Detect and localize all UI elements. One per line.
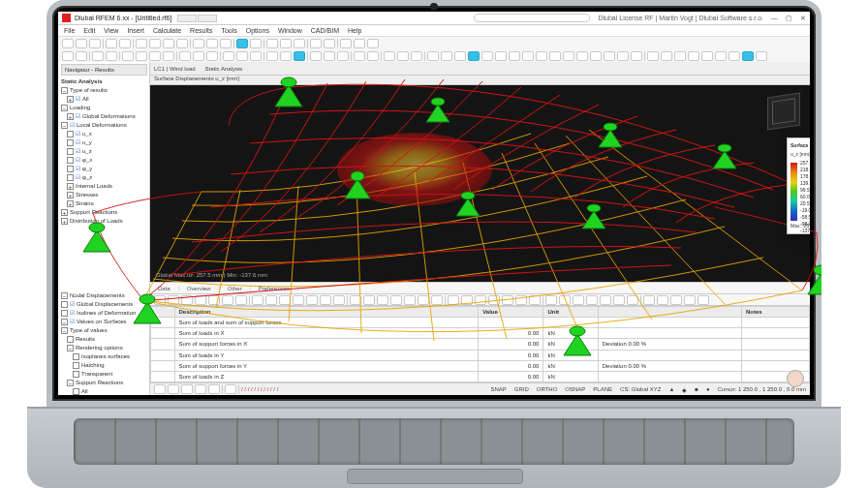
- toolbar-7[interactable]: [728, 51, 740, 61]
- results-tb-btn[interactable]: [573, 295, 584, 305]
- tree-item[interactable]: ☑φ_z: [61, 173, 147, 182]
- user-avatar[interactable]: [787, 370, 804, 387]
- tree-item[interactable]: +Distribution of Loads: [61, 217, 147, 226]
- toolbar-B[interactable]: [441, 51, 452, 61]
- toolbar-8[interactable]: [742, 51, 754, 61]
- status-r[interactable]: SNAP: [490, 386, 506, 392]
- results-tb-btn[interactable]: [306, 295, 318, 305]
- toolbar-hinge[interactable]: [324, 51, 335, 61]
- results-tb-btn[interactable]: [670, 295, 682, 305]
- toolbar-2[interactable]: [661, 51, 672, 61]
- tree-item[interactable]: ☑φ_y: [61, 165, 147, 173]
- toolbar-◨[interactable]: [280, 39, 292, 48]
- results-tb-btn[interactable]: [627, 295, 638, 305]
- toolbar-lc[interactable]: [250, 39, 262, 48]
- toolbar-9[interactable]: [756, 51, 767, 61]
- toolbar-?[interactable]: [340, 39, 352, 48]
- toolbar-set[interactable]: [250, 51, 262, 61]
- status-r[interactable]: Cursor: 1 250.0 , 1 250.0 , 0.0 mm: [718, 386, 806, 392]
- status-osnap[interactable]: [208, 384, 220, 394]
- toolbar-open[interactable]: [76, 39, 87, 48]
- toolbar-mbr[interactable]: [236, 51, 248, 61]
- status-axis-icons[interactable]: / / / / / / / / / / / /: [241, 386, 278, 392]
- tree-item[interactable]: −☑Values on Surfaces: [61, 318, 147, 326]
- navigator-tree-2[interactable]: −Nodal Displacements☑Global Displacement…: [61, 291, 147, 395]
- results-tb-btn[interactable]: [488, 295, 500, 305]
- tree-item[interactable]: Isoplanes surfaces: [61, 352, 147, 361]
- menu-results[interactable]: Results: [190, 27, 212, 34]
- toolbar-M[interactable]: [590, 51, 602, 61]
- toolbar-node[interactable]: [223, 51, 234, 61]
- tab-other[interactable]: Other: [220, 286, 251, 291]
- toolbar-E[interactable]: [481, 51, 493, 61]
- toolbar-B[interactable]: [206, 39, 218, 48]
- tree-item[interactable]: Results: [61, 335, 147, 344]
- toolbar-poly[interactable]: [149, 51, 161, 61]
- toolbar-pan[interactable]: [149, 39, 161, 48]
- menu-file[interactable]: File: [64, 27, 75, 34]
- tree-item[interactable]: −Loading: [61, 104, 147, 112]
- results-tb-btn[interactable]: [293, 295, 304, 305]
- results-tb-btn[interactable]: [529, 295, 541, 305]
- toolbar-4[interactable]: [688, 51, 699, 61]
- results-tb-btn[interactable]: [265, 295, 277, 305]
- tree-item[interactable]: −Nodal Displacements: [61, 291, 147, 300]
- toolbar-H[interactable]: [522, 51, 534, 61]
- toolbar-O[interactable]: [617, 51, 629, 61]
- tree-item[interactable]: ☑φ_x: [61, 156, 147, 165]
- toolbar-J[interactable]: [549, 51, 561, 61]
- results-tb-btn[interactable]: [600, 295, 611, 305]
- toolbar-LC[interactable]: [310, 39, 322, 48]
- status-r[interactable]: ORTHO: [537, 386, 558, 392]
- toolbar-C[interactable]: [454, 51, 466, 61]
- tree-item[interactable]: +Support Reactions: [61, 208, 147, 217]
- toolbar-i[interactable]: [367, 39, 379, 48]
- results-tb-btn[interactable]: [222, 295, 233, 305]
- results-tb-btn[interactable]: [418, 295, 429, 305]
- menu-window[interactable]: Window: [278, 27, 302, 34]
- results-tb-btn[interactable]: [279, 295, 291, 305]
- results-tb-btn[interactable]: [613, 295, 625, 305]
- results-tb-btn[interactable]: [181, 295, 193, 305]
- toolbar-ptr[interactable]: [136, 39, 147, 48]
- toolbar-load[interactable]: [266, 51, 278, 61]
- tree-item[interactable]: +☑Global Deformations: [61, 112, 147, 121]
- status-cfg[interactable]: [154, 384, 166, 394]
- tree-item[interactable]: +Internal Loads: [61, 182, 147, 191]
- menu-options[interactable]: Options: [246, 27, 269, 34]
- status-r[interactable]: GRID: [514, 386, 529, 392]
- close-icon[interactable]: ✕: [800, 15, 806, 22]
- toolbar-calc[interactable]: [236, 39, 248, 48]
- toolbar-help[interactable]: [354, 39, 365, 48]
- status-r[interactable]: ▲: [668, 386, 674, 392]
- results-tb-btn[interactable]: [404, 295, 416, 305]
- tree-item[interactable]: All: [61, 387, 147, 395]
- max-icon[interactable]: ▢: [786, 15, 792, 22]
- min-icon[interactable]: —: [771, 15, 778, 21]
- toolbar-A[interactable]: [193, 39, 204, 48]
- results-tb-btn[interactable]: [390, 295, 402, 305]
- toolbar-L[interactable]: [576, 51, 588, 61]
- menu-calculate[interactable]: Calculate: [153, 27, 181, 34]
- toolbar-undo[interactable]: [106, 39, 117, 48]
- menu-cad/bim[interactable]: CAD/BIM: [311, 27, 339, 34]
- results-tb-btn[interactable]: [195, 295, 206, 305]
- tree-item[interactable]: +Strains: [61, 199, 147, 208]
- results-tb-btn[interactable]: [545, 295, 557, 305]
- toolbar-lp[interactable]: [294, 51, 305, 61]
- tab-overview[interactable]: Overview: [179, 286, 220, 291]
- tree-item[interactable]: −Rendering options: [61, 344, 147, 352]
- tree-item[interactable]: ☑Isolines of Deformation: [61, 309, 147, 318]
- results-tb-btn[interactable]: [350, 295, 361, 305]
- tab-data[interactable]: Data: [150, 286, 179, 291]
- results-tb-btn[interactable]: [252, 295, 264, 305]
- results-tb-btn[interactable]: [333, 295, 345, 305]
- toolbar-D[interactable]: [468, 51, 480, 61]
- toolbar-sec[interactable]: [397, 51, 409, 61]
- tab-preferences[interactable]: Preferences: [251, 286, 298, 291]
- status-r[interactable]: PLANE: [593, 386, 612, 392]
- tree-item[interactable]: −☑Local Deformations: [61, 121, 147, 130]
- toolbar-3[interactable]: [674, 51, 686, 61]
- toolbar-C[interactable]: [220, 39, 232, 48]
- results-tb-btn[interactable]: [168, 295, 179, 305]
